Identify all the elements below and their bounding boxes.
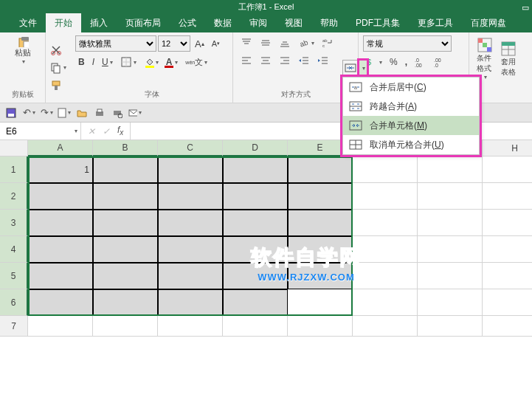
- tab-审阅[interactable]: 审阅: [241, 13, 276, 32]
- tab-视图[interactable]: 视图: [276, 13, 311, 32]
- row-header-4[interactable]: 4: [0, 236, 28, 263]
- underline-button[interactable]: U▾: [99, 55, 116, 69]
- qat-undo-button[interactable]: ↶▾: [22, 106, 35, 120]
- cell-D6[interactable]: [223, 289, 288, 316]
- cancel-edit-button[interactable]: ✕: [86, 126, 97, 137]
- cell-B4[interactable]: [93, 236, 158, 263]
- copy-button[interactable]: ▾: [47, 61, 69, 75]
- cell-G5[interactable]: [418, 263, 483, 289]
- cell-F2[interactable]: [353, 183, 418, 210]
- cell-F1[interactable]: [353, 156, 418, 183]
- cell-E1[interactable]: [288, 156, 353, 183]
- qat-new-button[interactable]: ▾: [58, 106, 71, 120]
- cell-E2[interactable]: [288, 183, 353, 210]
- tab-数据[interactable]: 数据: [205, 13, 241, 32]
- row-header-2[interactable]: 2: [0, 183, 28, 210]
- qat-printpreview-button[interactable]: [111, 106, 124, 120]
- row-header-1[interactable]: 1: [0, 156, 28, 183]
- cell-F4[interactable]: [353, 236, 418, 263]
- border-button[interactable]: ▾: [117, 55, 139, 69]
- align-bottom-button[interactable]: [276, 35, 294, 50]
- cut-button[interactable]: [47, 43, 69, 58]
- chevron-down-icon[interactable]: ▾: [75, 128, 77, 134]
- cell-C7[interactable]: [158, 316, 223, 337]
- cell-D4[interactable]: [223, 236, 288, 263]
- number-format-select[interactable]: 常规: [363, 35, 452, 52]
- format-painter-button[interactable]: [47, 78, 69, 93]
- insert-function-button[interactable]: fx: [115, 125, 125, 137]
- unmerge-cells-item[interactable]: 取消单元格合并(U): [343, 135, 479, 154]
- cell-G6[interactable]: [418, 289, 483, 316]
- cell-D3[interactable]: [223, 210, 288, 236]
- increase-indent-button[interactable]: [314, 53, 332, 68]
- name-box[interactable]: E6▾: [0, 123, 81, 140]
- align-center-button[interactable]: [257, 53, 274, 68]
- cell-F5[interactable]: [353, 263, 418, 289]
- col-header-A[interactable]: A: [28, 140, 93, 156]
- merge-center-item[interactable]: a 合并后居中(C): [343, 78, 479, 97]
- bold-button[interactable]: B: [75, 55, 88, 69]
- cell-B2[interactable]: [93, 183, 158, 210]
- cell-E4[interactable]: [288, 236, 353, 263]
- cell-D2[interactable]: [223, 183, 288, 210]
- align-left-button[interactable]: [238, 53, 255, 68]
- format-as-table-button[interactable]: 套用 表格: [497, 39, 519, 79]
- select-all-corner[interactable]: [0, 140, 28, 156]
- merge-across-item[interactable]: 跨越合并(A): [343, 97, 479, 116]
- qat-save-button[interactable]: [4, 106, 18, 120]
- cell-B7[interactable]: [93, 316, 158, 337]
- cell-A4[interactable]: [28, 236, 93, 263]
- cell-G2[interactable]: [418, 183, 483, 210]
- font-name-select[interactable]: 微软雅黑: [75, 35, 156, 52]
- merge-cells-item[interactable]: 合并单元格(M): [343, 116, 479, 135]
- cell-C3[interactable]: [158, 210, 223, 236]
- italic-button[interactable]: I: [89, 55, 97, 69]
- row-header-3[interactable]: 3: [0, 210, 28, 236]
- confirm-edit-button[interactable]: ✓: [100, 126, 112, 137]
- phonetic-button[interactable]: wén文▾: [182, 55, 210, 69]
- cell-H5[interactable]: [483, 263, 532, 289]
- cell-G3[interactable]: [418, 210, 483, 236]
- qat-open-button[interactable]: [75, 106, 89, 120]
- cell-C4[interactable]: [158, 236, 223, 263]
- tab-百度网盘[interactable]: 百度网盘: [462, 13, 515, 32]
- col-header-C[interactable]: C: [158, 140, 223, 156]
- cell-G1[interactable]: [418, 156, 483, 183]
- tab-插入[interactable]: 插入: [81, 13, 117, 32]
- row-header-6[interactable]: 6: [0, 289, 28, 316]
- cell-C2[interactable]: [158, 183, 223, 210]
- col-header-D[interactable]: D: [223, 140, 288, 156]
- cell-B5[interactable]: [93, 263, 158, 289]
- increase-decimal-button[interactable]: .0.00: [412, 55, 429, 69]
- cell-A1[interactable]: 1: [28, 156, 93, 183]
- cell-C5[interactable]: [158, 263, 223, 289]
- cell-F7[interactable]: [353, 316, 418, 337]
- tab-公式[interactable]: 公式: [170, 13, 205, 32]
- tab-页面布局[interactable]: 页面布局: [117, 13, 170, 32]
- cell-B6[interactable]: [93, 289, 158, 316]
- cell-A2[interactable]: [28, 183, 93, 210]
- tab-更多工具[interactable]: 更多工具: [409, 13, 462, 32]
- row-header-7[interactable]: 7: [0, 316, 28, 337]
- cell-D5[interactable]: [223, 263, 288, 289]
- cell-H6[interactable]: [483, 289, 532, 316]
- qat-email-button[interactable]: ▾: [128, 106, 142, 120]
- tab-帮助[interactable]: 帮助: [311, 13, 347, 32]
- wrap-text-button[interactable]: abc: [319, 35, 336, 50]
- cell-A5[interactable]: [28, 263, 93, 289]
- cell-E6[interactable]: [288, 289, 353, 316]
- cell-B1[interactable]: [93, 156, 158, 183]
- paste-button[interactable]: 粘贴▾: [4, 35, 41, 65]
- col-header-B[interactable]: B: [93, 140, 158, 156]
- cell-C1[interactable]: [158, 156, 223, 183]
- cell-E3[interactable]: [288, 210, 353, 236]
- cell-H3[interactable]: [483, 210, 532, 236]
- cell-F6[interactable]: [353, 289, 418, 316]
- orientation-button[interactable]: ab▾: [295, 35, 317, 50]
- fill-color-button[interactable]: ▾: [141, 55, 162, 69]
- align-top-button[interactable]: [238, 35, 255, 50]
- qat-redo-button[interactable]: ↷▾: [40, 106, 53, 120]
- cell-A6[interactable]: [28, 289, 93, 316]
- cell-E5[interactable]: [288, 263, 353, 289]
- cell-H4[interactable]: [483, 236, 532, 263]
